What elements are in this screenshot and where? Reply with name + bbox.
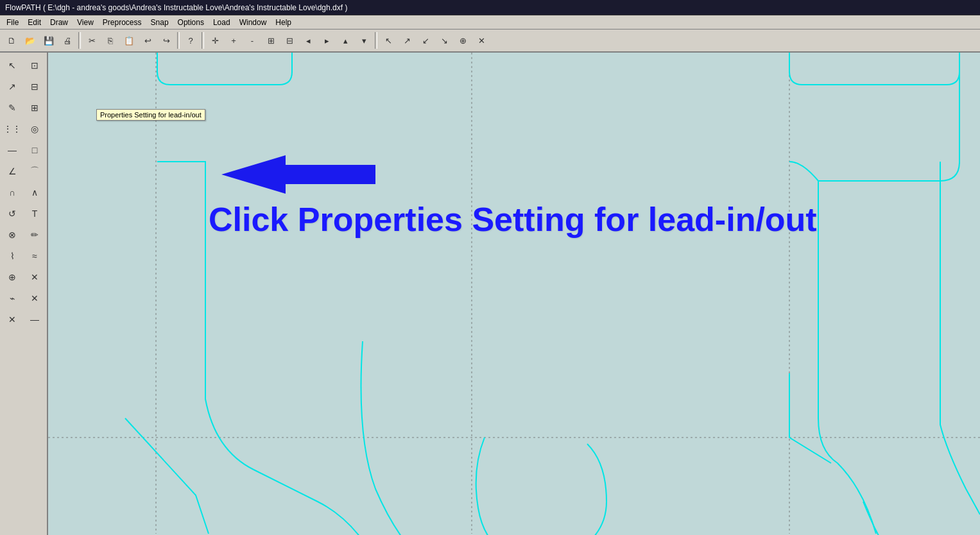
rotate-tool[interactable]: ↺ [1,203,23,224]
imge-tool[interactable]: ⊡ [24,55,46,76]
menu-item-edit[interactable]: Edit [24,17,45,28]
title-text: FlowPATH ( E:\dgh - andrea's goods\Andre… [5,3,347,12]
angle-tool[interactable]: ∠ [1,161,23,182]
circle-tool[interactable]: ◎ [24,119,46,139]
toolbar-btn-sel6[interactable]: ✕ [472,31,490,49]
toolbar-separator [375,32,377,49]
toolbar-btn-zoom-box[interactable]: ⊟ [280,31,298,49]
toolbar-btn-pan-l[interactable]: ◂ [299,31,317,49]
menu-item-draw[interactable]: Draw [46,17,72,28]
menu-item-view[interactable]: View [73,17,98,28]
toolbar-btn-save[interactable]: 💾 [40,31,58,49]
arrow-annotation [221,152,375,200]
toolbar-btn-undo[interactable]: ↩ [139,31,157,49]
title-bar: FlowPATH ( E:\dgh - andrea's goods\Andre… [0,0,980,15]
toolbar-btn-open[interactable]: 📂 [21,31,39,49]
target-tool[interactable]: ⊕ [1,267,23,287]
sidebar-row: ⊗✏ [1,225,46,245]
imge2-tool[interactable]: ⊟ [24,76,46,97]
snap-tool[interactable]: ⌁ [1,288,23,309]
svg-rect-0 [48,53,980,535]
toolbar-btn-redo[interactable]: ↪ [157,31,175,49]
menu-bar: FileEditDrawViewPreprocessSnapOptionsLoa… [0,15,980,30]
toolbar-btn-sel4[interactable]: ↘ [435,31,453,49]
zigzag-tool[interactable]: ⌇ [1,246,23,266]
sidebar-row: —□ [1,140,46,160]
sidebar-row: ⌁✕ [1,288,46,309]
toolbar-btn-pan-u[interactable]: ▴ [336,31,354,49]
svg-marker-5 [221,155,375,194]
menu-item-preprocess[interactable]: Preprocess [99,17,146,28]
toolbar-btn-print[interactable]: 🖨 [58,31,76,49]
horiz-tool[interactable]: — [24,309,46,330]
toolbar-btn-pan-r[interactable]: ▸ [318,31,336,49]
sidebar-row: ↗⊟ [1,76,46,97]
canvas-area: Properties Setting for lead-in/out Click… [48,53,980,535]
toolbar-btn-crosshair[interactable]: ✛ [206,31,224,49]
sidebar-row: ⊕✕ [1,267,46,287]
toolbar-btn-sel2[interactable]: ↗ [398,31,416,49]
menu-item-options[interactable]: Options [174,17,208,28]
instruction-text: Click Properties Setting for lead-in/out [209,200,817,239]
x-mark-tool[interactable]: ✕ [24,267,46,287]
menu-item-snap[interactable]: Snap [147,17,173,28]
toolbar-btn-paste[interactable]: 📋 [120,31,138,49]
left-sidebar: ↖⊡↗⊟✎⊞⋮⋮◎—□∠⌒∩∧↺T⊗✏⌇≈⊕✕⌁✕✕— [0,53,48,535]
pen-tool[interactable]: ✏ [24,225,46,245]
toolbar-separator [202,32,204,49]
imge3-tool[interactable]: ⊞ [24,98,46,118]
menu-item-load[interactable]: Load [209,17,234,28]
toolbar-btn-new[interactable]: 🗋 [3,31,21,49]
toolbar-btn-sel1[interactable]: ↖ [379,31,397,49]
cross-tool[interactable]: ⊗ [1,225,23,245]
toolbar-separator [177,32,180,49]
main-area: ↖⊡↗⊟✎⊞⋮⋮◎—□∠⌒∩∧↺T⊗✏⌇≈⊕✕⌁✕✕— [0,53,980,535]
menu-item-help[interactable]: Help [271,17,295,28]
sidebar-row: ↺T [1,203,46,224]
sidebar-row: ∩∧ [1,182,46,203]
arrow-svg [221,152,375,197]
toolbar-btn-zoom-all[interactable]: ⊞ [262,31,280,49]
sidebar-row: ⌇≈ [1,246,46,266]
sidebar-row: ∠⌒ [1,161,46,182]
menu-item-file[interactable]: File [3,17,22,28]
sidebar-row: ✎⊞ [1,98,46,118]
sidebar-row: ✕— [1,309,46,330]
tooltip-text: Properties Setting for lead-in/out [100,111,202,119]
dot-grid[interactable]: ⋮⋮ [1,119,23,139]
rect-tool[interactable]: □ [24,140,46,160]
sidebar-row: ↖⊡ [1,55,46,76]
toolbar-btn-sel5[interactable]: ⊕ [454,31,472,49]
toolbar-btn-sel3[interactable]: ↙ [417,31,434,49]
menu-item-window[interactable]: Window [236,17,271,28]
toolbar-btn-pan-d[interactable]: ▾ [355,31,373,49]
toolbar-btn-help[interactable]: ? [182,31,200,49]
x3-tool[interactable]: ✕ [1,309,23,330]
toolbar-btn-zoom-in[interactable]: + [225,31,243,49]
text-tool[interactable]: T [24,203,46,224]
toolbar-btn-cut[interactable]: ✂ [83,31,101,49]
canvas-svg [48,53,980,535]
curve-tool[interactable]: ∩ [1,182,23,203]
toolbar-btn-copy[interactable]: ⎘ [101,31,119,49]
wave-tool[interactable]: ≈ [24,246,46,266]
line-tool[interactable]: — [1,140,23,160]
cursor-tool[interactable]: ↖ [1,55,23,76]
toolbar-separator [78,32,81,49]
toolbar: 🗋📂💾🖨✂⎘📋↩↪?✛+-⊞⊟◂▸▴▾↖↗↙↘⊕✕ [0,30,980,53]
properties-tooltip[interactable]: Properties Setting for lead-in/out [96,109,205,121]
spline-tool[interactable]: ∧ [24,182,46,203]
arc-tool[interactable]: ⌒ [24,161,46,182]
rot-tool[interactable]: ↗ [1,76,23,97]
x2-tool[interactable]: ✕ [24,288,46,309]
sidebar-row: ⋮⋮◎ [1,119,46,139]
toolbar-btn-zoom-out[interactable]: - [243,31,261,49]
draw-tool[interactable]: ✎ [1,98,23,118]
